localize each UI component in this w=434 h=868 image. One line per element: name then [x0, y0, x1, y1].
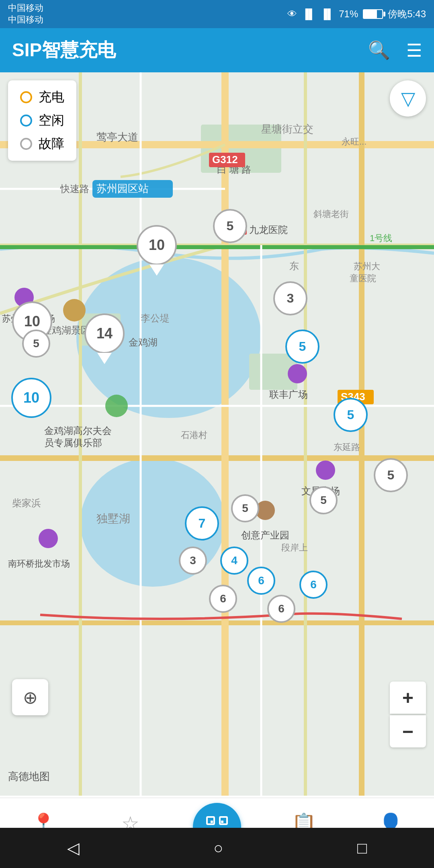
charging-label: 充电: [39, 88, 64, 106]
svg-text:童医院: 童医院: [350, 273, 376, 283]
fault-label: 故障: [39, 135, 64, 153]
marker-6-grey-2[interactable]: 6: [267, 595, 295, 623]
marker-5-top[interactable]: 5: [213, 209, 247, 243]
marker-5-blue-far[interactable]: 5: [334, 398, 368, 432]
svg-text:独墅湖: 独墅湖: [96, 512, 130, 525]
charging-dot: [20, 91, 32, 103]
carrier-info: 中国移动 中国移动: [8, 2, 43, 25]
svg-text:九龙医院: 九龙医院: [249, 224, 288, 235]
marker-6-blue-2[interactable]: 6: [299, 571, 328, 599]
idle-dot: [20, 115, 32, 127]
zoom-controls: + −: [390, 682, 426, 747]
pin-marker-10[interactable]: 10: [137, 225, 177, 276]
marker-5-grey-far[interactable]: 5: [374, 458, 408, 492]
svg-text:苏州园区站: 苏州园区站: [96, 182, 149, 194]
svg-text:快速路: 快速路: [60, 183, 89, 194]
filter-button[interactable]: ▽: [390, 80, 426, 117]
location-button[interactable]: ⊕: [12, 679, 48, 715]
app-header: SIP智慧充电 🔍 ☰: [0, 28, 434, 72]
svg-text:柴家浜: 柴家浜: [12, 497, 41, 508]
system-nav-bar: ◁ ○ □: [0, 828, 434, 868]
marker-3-bottom[interactable]: 3: [179, 547, 207, 575]
app-title: SIP智慧充电: [12, 38, 116, 63]
marker-5-left[interactable]: 5: [22, 330, 50, 358]
svg-text:东延路: 东延路: [334, 442, 360, 452]
marker-7-blue[interactable]: 7: [185, 506, 219, 540]
header-icons: 🔍 ☰: [368, 40, 422, 61]
search-icon[interactable]: 🔍: [368, 40, 390, 61]
svg-text:苏州大: 苏州大: [354, 261, 380, 271]
svg-text:东: 东: [289, 260, 299, 271]
svg-text:斜塘老街: 斜塘老街: [313, 209, 349, 219]
svg-point-53: [39, 529, 58, 548]
battery-percent: 71%: [339, 8, 358, 20]
svg-text:莺亭大道: 莺亭大道: [96, 131, 138, 143]
svg-point-42: [105, 395, 128, 417]
legend-idle: 空闲: [20, 112, 64, 129]
marker-6-blue-1[interactable]: 6: [247, 567, 275, 595]
svg-text:1号线: 1号线: [370, 233, 392, 243]
svg-text:员专属俱乐部: 员专属俱乐部: [44, 437, 102, 448]
map-watermark: 高德地图: [8, 770, 50, 784]
zoom-out-button[interactable]: −: [390, 715, 426, 747]
svg-point-49: [316, 461, 335, 480]
svg-text:联丰广场: 联丰广场: [269, 389, 308, 400]
marker-5-grey-c[interactable]: 5: [231, 494, 259, 522]
svg-point-40: [63, 299, 86, 321]
time-display: 傍晚5:43: [388, 8, 426, 20]
recent-button[interactable]: □: [357, 839, 367, 857]
pin-marker-14[interactable]: 14: [84, 313, 125, 364]
menu-icon[interactable]: ☰: [406, 40, 422, 61]
svg-text:G312: G312: [212, 154, 238, 166]
svg-text:创意产业园: 创意产业园: [241, 530, 289, 540]
back-button[interactable]: ◁: [67, 839, 80, 857]
svg-text:星塘街立交: 星塘街立交: [261, 123, 313, 135]
carrier-secondary: 中国移动: [8, 14, 43, 26]
map-svg: 莺亭大道 白 塘 路 东延路 石港村 柴家浜 独墅湖 李公堤 星塘街立交 斜塘老…: [0, 72, 434, 796]
map-container[interactable]: 莺亭大道 白 塘 路 东延路 石港村 柴家浜 独墅湖 李公堤 星塘街立交 斜塘老…: [0, 72, 434, 796]
svg-text:段岸上: 段岸上: [281, 542, 308, 553]
marker-5-grey-cr[interactable]: 5: [309, 486, 338, 514]
svg-rect-63: [221, 821, 223, 823]
svg-text:永旺...: 永旺...: [342, 137, 366, 147]
status-right: 👁 ▐▌ ▐▌ 71% 傍晚5:43: [287, 8, 426, 20]
fault-dot: [20, 138, 32, 150]
svg-text:李公堤: 李公堤: [141, 313, 170, 323]
legend-charging: 充电: [20, 88, 64, 106]
svg-point-47: [288, 364, 307, 383]
marker-10-blue[interactable]: 10: [11, 378, 51, 418]
svg-rect-62: [211, 821, 213, 823]
marker-6-grey-1[interactable]: 6: [209, 585, 237, 613]
marker-3[interactable]: 3: [273, 281, 307, 315]
svg-text:南环桥批发市场: 南环桥批发市场: [8, 559, 70, 569]
idle-label: 空闲: [39, 112, 64, 129]
status-bar: 中国移动 中国移动 👁 ▐▌ ▐▌ 71% 傍晚5:43: [0, 0, 434, 28]
map-legend: 充电 空闲 故障: [8, 80, 76, 161]
carrier-primary: 中国移动: [8, 2, 43, 14]
marker-4-blue[interactable]: 4: [220, 547, 248, 575]
marker-5-blue-right[interactable]: 5: [285, 330, 319, 364]
signal-icon: ▐▌: [302, 8, 315, 20]
home-button[interactable]: ○: [213, 839, 223, 857]
svg-text:金鸡湖高尔夫会: 金鸡湖高尔夫会: [44, 425, 112, 436]
signal2-icon: ▐▌: [320, 8, 334, 20]
svg-text:石港村: 石港村: [181, 430, 207, 440]
eye-icon: 👁: [287, 8, 297, 20]
zoom-in-button[interactable]: +: [390, 682, 426, 714]
legend-fault: 故障: [20, 135, 64, 153]
battery-icon: [363, 9, 383, 19]
svg-text:金鸡湖: 金鸡湖: [129, 337, 158, 348]
